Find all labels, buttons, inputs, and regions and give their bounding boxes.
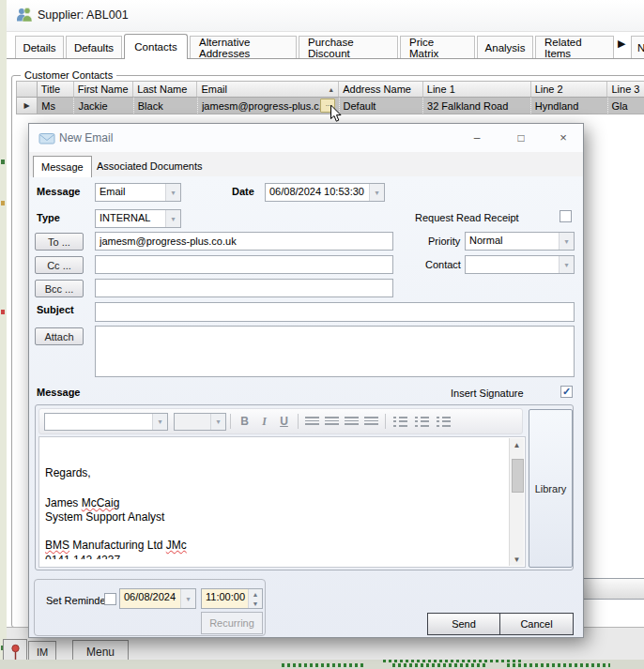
col-header-title[interactable]: Title	[38, 82, 74, 97]
close-button[interactable]: ×	[552, 129, 575, 145]
align-center-icon[interactable]	[325, 417, 339, 427]
col-header-line3[interactable]: Line 3	[607, 82, 644, 97]
numbered-list-icon[interactable]	[415, 417, 429, 427]
bullet-list-icon[interactable]	[393, 417, 407, 427]
col-header-first-name[interactable]: First Name	[74, 82, 133, 97]
type-combo[interactable]: INTERNAL	[95, 209, 181, 228]
dropdown-arrow-icon[interactable]	[165, 184, 180, 201]
cc-button[interactable]: Cc ...	[35, 256, 84, 274]
cell-title[interactable]: Ms	[38, 98, 74, 114]
signature-line: Regards,	[45, 466, 91, 479]
type-label: Type	[37, 212, 60, 223]
align-left-icon[interactable]	[305, 417, 319, 427]
font-size-combo[interactable]	[174, 413, 226, 431]
set-reminder-label: Set Reminder	[46, 595, 109, 606]
supplier-people-icon	[15, 7, 34, 23]
background-text-fragment	[282, 663, 364, 667]
scroll-down-icon[interactable]: ▼	[510, 553, 524, 566]
contact-combo[interactable]	[465, 255, 575, 274]
italic-button[interactable]: I	[254, 413, 274, 431]
col-header-label: Line 2	[535, 84, 563, 95]
reminder-date-combo[interactable]: 06/08/2024	[119, 588, 196, 609]
bcc-input[interactable]	[95, 279, 393, 297]
tab-defaults[interactable]: Defaults	[66, 36, 122, 58]
cell-last-name[interactable]: Black	[134, 98, 198, 114]
message-medium-combo[interactable]: Email	[95, 183, 181, 202]
outdent-icon[interactable]	[437, 417, 451, 427]
insert-signature-checkbox[interactable]	[560, 386, 573, 398]
mouse-cursor	[330, 104, 343, 123]
message-body[interactable]: Regards, James McCaig System Support Ana…	[38, 436, 526, 568]
sort-ascending-icon: ▲	[328, 86, 334, 93]
scroll-up-icon[interactable]: ▲	[510, 438, 524, 451]
tab-message[interactable]: Message	[33, 156, 92, 177]
signature-line-clipped: 0141 142 4237	[45, 554, 120, 559]
tab-associated-documents[interactable]: Associated Documents	[89, 156, 210, 176]
send-button[interactable]: Send	[427, 613, 500, 635]
tab-details[interactable]: Details	[15, 36, 64, 58]
dropdown-arrow-icon[interactable]	[165, 210, 180, 227]
date-picker[interactable]: 06/08/2024 10:53:30	[265, 183, 385, 202]
dropdown-arrow-icon[interactable]	[559, 256, 574, 273]
signature-line: James McCaig	[45, 496, 119, 509]
dropdown-arrow-icon[interactable]	[210, 414, 225, 430]
set-reminder-checkbox[interactable]	[104, 593, 116, 605]
cell-line2[interactable]: Hyndland	[531, 98, 608, 114]
dropdown-arrow-icon[interactable]	[180, 589, 195, 608]
subject-input[interactable]	[95, 302, 575, 322]
recurring-button[interactable]: Recurring	[201, 612, 263, 634]
col-header-email[interactable]: Email▲	[197, 82, 339, 97]
spin-down-icon[interactable]: ▼	[249, 599, 262, 608]
tab-analysis[interactable]: Analysis	[477, 36, 533, 58]
dropdown-arrow-icon[interactable]	[369, 184, 384, 201]
attachments-area[interactable]	[95, 326, 575, 377]
col-header-last-name[interactable]: Last Name	[133, 82, 197, 97]
cell-line3[interactable]: Gla	[608, 98, 644, 114]
cancel-button[interactable]: Cancel	[499, 613, 574, 635]
tab-alternative-addresses[interactable]: Alternative Addresses	[190, 36, 297, 58]
col-header-line1[interactable]: Line 1	[423, 82, 531, 97]
bcc-button[interactable]: Bcc ...	[35, 280, 84, 297]
tab-related-items[interactable]: Related Items	[535, 36, 614, 58]
dropdown-arrow-icon[interactable]	[559, 233, 574, 250]
to-button[interactable]: To ...	[35, 233, 84, 251]
reminder-time-spinner[interactable]: 11:00:00 ▲▼	[201, 588, 263, 609]
library-button[interactable]: Library	[529, 409, 573, 568]
cell-address-name[interactable]: Default	[340, 98, 424, 114]
col-header-address-name[interactable]: Address Name	[339, 82, 423, 97]
align-justify-icon[interactable]	[364, 417, 378, 427]
align-right-icon[interactable]	[345, 417, 359, 427]
maximize-button[interactable]: □	[510, 129, 532, 145]
request-read-receipt-checkbox[interactable]	[560, 210, 572, 222]
tab-contacts[interactable]: Contacts	[124, 34, 188, 59]
cc-input[interactable]	[95, 255, 393, 274]
tab-notes[interactable]: Notes	[631, 36, 644, 58]
cell-first-name[interactable]: Jackie	[74, 98, 133, 114]
minimize-button[interactable]: –	[466, 129, 488, 145]
reminder-date-value: 06/08/2024	[120, 589, 180, 608]
underline-button[interactable]: U	[274, 413, 294, 431]
priority-combo[interactable]: Normal	[465, 232, 575, 251]
tab-scroll-arrow-icon[interactable]: ▶	[618, 38, 625, 50]
cell-email[interactable]: jamesm@progress-plus.c... ..	[198, 98, 340, 114]
grid-header-row: Title First Name Last Name Email▲ Addres…	[16, 81, 644, 98]
row-selector-cell[interactable]: ▶	[17, 98, 38, 114]
font-size-value	[175, 414, 210, 430]
dropdown-arrow-icon[interactable]	[152, 414, 167, 430]
to-input[interactable]	[95, 232, 393, 251]
scrollbar-thumb[interactable]	[512, 459, 524, 493]
col-header-label: First Name	[78, 84, 129, 95]
dialog-title: New Email	[59, 131, 113, 144]
bold-button[interactable]: B	[235, 413, 254, 431]
email-envelope-icon	[38, 132, 55, 144]
spinner-buttons[interactable]: ▲▼	[248, 589, 262, 608]
cell-line1[interactable]: 32 Falkland Road	[423, 98, 531, 114]
background-text-fragment	[383, 660, 524, 662]
tab-price-matrix[interactable]: Price Matrix	[400, 36, 475, 58]
attach-button[interactable]: Attach	[35, 327, 84, 345]
editor-vertical-scrollbar[interactable]: ▲ ▼	[509, 438, 524, 566]
font-family-combo[interactable]	[44, 413, 168, 431]
tab-purchase-discount[interactable]: Purchase Discount	[299, 36, 398, 58]
col-header-line2[interactable]: Line 2	[531, 82, 608, 97]
spin-up-icon[interactable]: ▲	[249, 589, 262, 599]
